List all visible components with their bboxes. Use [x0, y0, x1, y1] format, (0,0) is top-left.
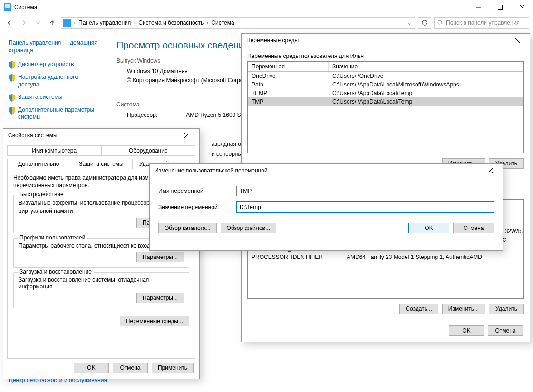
chevron-right-icon: › [73, 19, 77, 26]
tab-advanced[interactable]: Дополнительно [7, 159, 70, 169]
var-name-label: Имя переменной: [158, 188, 232, 194]
breadcrumb-item[interactable]: Система и безопасность [138, 19, 204, 26]
breadcrumb[interactable]: › Панель управления › Система и безопасн… [61, 17, 415, 29]
user-vars-label: Переменные среды пользователя для Илья [247, 53, 524, 59]
sys-delete-button[interactable]: Удалить [489, 304, 524, 314]
var-value-input[interactable] [236, 202, 494, 212]
browse-dir-button[interactable]: Обзор каталога... [158, 223, 217, 233]
table-row[interactable]: TMPC:\Users\ \AppData\Local\Temp [248, 97, 523, 106]
up-button[interactable] [47, 17, 58, 29]
minimize-button[interactable] [467, 0, 489, 14]
table-row[interactable]: PathC:\Users\ \AppData\Local\Microsoft\W… [248, 80, 523, 89]
shield-icon [9, 74, 15, 82]
close-button[interactable] [482, 165, 499, 176]
search-placeholder: Поиск в панели управления [446, 19, 520, 26]
forward-button[interactable] [18, 17, 29, 29]
close-button[interactable] [509, 35, 526, 46]
env-vars-button[interactable]: Переменные среды... [120, 316, 189, 326]
control-panel-home-link[interactable]: Панель управления — домашняя страница [9, 39, 97, 54]
back-button[interactable] [4, 17, 15, 29]
user-vars-table[interactable]: Переменная Значение OneDriveC:\Users\ \O… [247, 61, 524, 153]
search-input[interactable]: Поиск в панели управления [434, 17, 529, 29]
browse-file-button[interactable]: Обзор файлов... [221, 223, 276, 233]
ok-button[interactable]: OK [449, 325, 484, 336]
var-name-input[interactable] [236, 186, 494, 196]
cpu-value: AMD Ryzen 5 1600 S [186, 111, 241, 120]
refresh-button[interactable] [418, 17, 431, 29]
titlebar: Система [0, 0, 533, 14]
close-button[interactable] [178, 130, 195, 141]
navigation-row: › Панель управления › Система и безопасн… [0, 14, 533, 31]
cancel-button[interactable]: Отмена [453, 223, 494, 233]
table-row[interactable]: TEMPC:\Users\ \AppData\Local\Temp [248, 89, 523, 97]
search-icon [437, 20, 443, 26]
edit-variable-dialog: Изменение пользовательской переменной Им… [149, 163, 503, 251]
chevron-down-icon[interactable]: ⌄ [406, 19, 413, 26]
breadcrumb-item[interactable]: Панель управления [78, 19, 131, 26]
sys-new-button[interactable]: Создать... [399, 304, 438, 314]
sidebar-item-device-manager[interactable]: Диспетчер устройств [9, 61, 97, 69]
apply-button[interactable]: Применить [152, 363, 194, 373]
cancel-button[interactable]: Отмена [488, 325, 523, 336]
cancel-button[interactable]: Отмена [113, 363, 148, 373]
shield-icon [9, 61, 15, 69]
var-value-label: Значение переменной: [158, 204, 232, 210]
sys-edit-button[interactable]: Изменить... [442, 304, 485, 314]
window-title: Система [14, 4, 37, 10]
tab-protection[interactable]: Защита системы [70, 159, 133, 169]
ok-button[interactable]: OK [408, 223, 449, 233]
close-button[interactable] [511, 0, 533, 14]
chevron-right-icon: › [133, 19, 136, 26]
shield-icon [9, 107, 15, 115]
shield-icon [9, 94, 15, 102]
breadcrumb-item[interactable]: Система [211, 19, 234, 26]
sidebar-item-protection[interactable]: Защита системы [9, 94, 97, 102]
ok-button[interactable]: OK [74, 363, 109, 373]
sidebar-item-remote[interactable]: Настройка удаленного доступа [9, 74, 97, 88]
recent-locations-button[interactable] [32, 17, 44, 29]
system-icon [63, 19, 71, 27]
profiles-settings-button[interactable]: Параметры... [136, 252, 184, 262]
dialog-titlebar: Переменные среды [242, 34, 530, 47]
sidebar-item-advanced[interactable]: Дополнительные параметры системы [9, 106, 97, 121]
col-value[interactable]: Значение [329, 62, 523, 71]
system-icon [4, 3, 11, 11]
table-row[interactable]: PROCESSOR_IDENTIFIERAMD64 Family 23 Mode… [248, 253, 523, 261]
svg-rect-0 [498, 5, 503, 9]
cpu-label: Процессор: [127, 111, 157, 120]
table-row[interactable]: OneDriveC:\Users\ \OneDrive [248, 72, 523, 80]
maximize-button[interactable] [489, 0, 511, 14]
startup-settings-button[interactable]: Параметры... [136, 293, 184, 303]
tab-computer-name[interactable]: Имя компьютера [7, 145, 102, 156]
svg-point-1 [438, 20, 442, 24]
tab-hardware[interactable]: Оборудование [101, 145, 196, 156]
col-variable[interactable]: Переменная [248, 62, 329, 71]
dialog-titlebar: Изменение пользовательской переменной [150, 164, 503, 177]
chevron-right-icon: › [205, 19, 209, 26]
startup-group: Загрузка и восстановление Загрузка и вос… [13, 272, 189, 308]
dialog-titlebar: Свойства системы [3, 129, 199, 142]
